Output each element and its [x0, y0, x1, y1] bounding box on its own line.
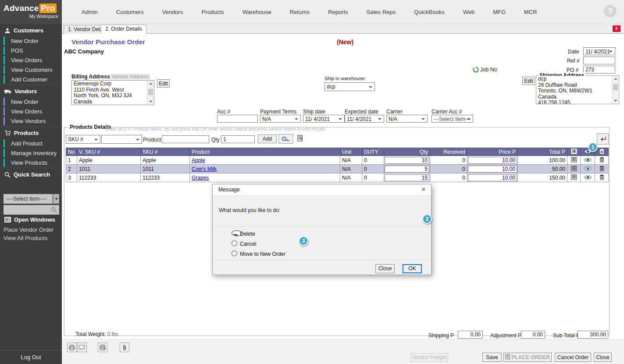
nav-mfg[interactable]: MFG: [484, 9, 515, 15]
row-delete-button[interactable]: [595, 173, 609, 182]
nav-admin[interactable]: Admin: [72, 9, 107, 15]
po-input[interactable]: 273: [583, 66, 615, 74]
import-products-icon[interactable]: [297, 135, 304, 144]
quick-search-select[interactable]: ----Select Item----: [4, 194, 53, 204]
sidebar-item-customers-new-order[interactable]: New Order: [0, 36, 62, 46]
nav-customers[interactable]: Customers: [107, 9, 153, 15]
product-link[interactable]: Apple: [192, 157, 205, 163]
scroll-up-icon[interactable]: [149, 83, 153, 85]
dialog-ok-button[interactable]: OK: [403, 264, 422, 273]
dialog-close-button[interactable]: Close: [375, 264, 395, 273]
adjustment-input[interactable]: 0.00: [521, 331, 545, 339]
nav-products[interactable]: Products: [192, 9, 233, 15]
sidebar-item-pos[interactable]: POS: [0, 46, 62, 55]
scrollbar[interactable]: [612, 76, 618, 103]
payment-terms-select[interactable]: N/A: [260, 115, 301, 123]
qty-cell-input[interactable]: 15: [385, 174, 429, 181]
print-preview-button[interactable]: [98, 343, 107, 352]
date-picker[interactable]: 11/ 4/2021: [583, 47, 615, 55]
ship-to-warehouse-select[interactable]: dcp: [324, 82, 375, 91]
close-button[interactable]: Close: [594, 353, 612, 362]
carrier-acc-select[interactable]: ---Select Item---: [431, 115, 473, 123]
place-order-button[interactable]: PLACE ORDER: [503, 353, 552, 362]
sidebar-item-view-orders[interactable]: View Orders: [0, 56, 62, 65]
scroll-thumb[interactable]: [148, 89, 153, 95]
sidebar-item-add-customer[interactable]: Add Customer: [0, 75, 62, 84]
sidebar-item-view-customers[interactable]: View Customers: [0, 65, 62, 74]
row-notes-button[interactable]: [567, 173, 581, 182]
product-link[interactable]: Grapes: [192, 175, 209, 181]
sku-value-select[interactable]: [101, 135, 142, 144]
print-button[interactable]: [67, 343, 77, 352]
sidebar-item-add-product[interactable]: Add Product: [0, 139, 62, 148]
nav-returns[interactable]: Returns: [281, 9, 319, 15]
vendor-address-tab[interactable]: Vendor Address: [110, 74, 151, 80]
add-button[interactable]: Add: [258, 134, 277, 143]
nav-warehouse[interactable]: Warehouse: [233, 9, 281, 15]
qty-input[interactable]: 1: [221, 135, 255, 143]
product-input[interactable]: [162, 135, 209, 143]
attachment-button[interactable]: [120, 343, 129, 352]
scroll-up-icon[interactable]: [614, 78, 617, 80]
search-products-button[interactable]: [278, 134, 293, 144]
scroll-down-icon[interactable]: [149, 101, 153, 102]
radio-cancel[interactable]: [232, 240, 237, 246]
row-delete-button[interactable]: [595, 165, 609, 173]
quick-search-input[interactable]: [4, 205, 59, 215]
job-link-icon[interactable]: [473, 67, 479, 73]
vendor-freight-button[interactable]: Vendor Freight: [410, 353, 448, 362]
price-cell-input[interactable]: 10.00: [468, 166, 517, 173]
row-view-button[interactable]: [581, 156, 595, 165]
billing-address-box[interactable]: Elemenopi Corp 1110 Finch Ave. West Nort…: [71, 80, 154, 105]
row-notes-button[interactable]: [567, 165, 581, 173]
scrollbar[interactable]: [147, 81, 153, 104]
qty-cell-input[interactable]: 10: [385, 157, 429, 164]
quick-search-select-arrow[interactable]: [53, 194, 59, 204]
billing-edit-button[interactable]: Edit: [157, 79, 170, 88]
sidebar-section-products[interactable]: Products: [0, 126, 62, 139]
scroll-thumb[interactable]: [613, 84, 618, 90]
logout-button[interactable]: Log Out: [0, 350, 62, 364]
nav-vendors[interactable]: Vendors: [153, 9, 193, 15]
shipping-address-box[interactable]: dcp 26 Dufflaw Road Toronto, ON, M6W2W1 …: [536, 76, 619, 104]
radio-move-label[interactable]: Move to New Order: [240, 251, 285, 257]
close-tab-icon[interactable]: x: [613, 25, 620, 32]
enter-return-button[interactable]: [597, 133, 609, 145]
sidebar-item-manage-inventory[interactable]: Manage Inventory: [0, 148, 62, 158]
shipping-total-input[interactable]: 0.00: [458, 331, 483, 339]
sidebar-item-vendors-view-orders[interactable]: View Orders: [0, 107, 62, 116]
ref-input[interactable]: [583, 57, 615, 64]
save-button[interactable]: Save: [482, 353, 502, 362]
billing-address-tab[interactable]: Billing Address: [71, 74, 110, 80]
row-delete-button[interactable]: [595, 156, 609, 165]
carrier-select[interactable]: N/A: [386, 115, 428, 123]
radio-delete-label[interactable]: Delete: [240, 231, 255, 237]
scroll-down-icon[interactable]: [614, 100, 617, 102]
ship-date-picker[interactable]: 11/ 4/2021: [303, 115, 345, 123]
sidebar-item-view-vendors[interactable]: View Vendors: [0, 117, 62, 126]
product-link[interactable]: Cow's Milk: [192, 166, 217, 172]
row-view-button[interactable]: [581, 165, 595, 173]
nav-reports[interactable]: Reports: [319, 9, 357, 15]
sidebar-section-vendors[interactable]: Vendors: [0, 85, 62, 97]
nav-sales-reps[interactable]: Sales Reps: [357, 9, 405, 15]
radio-move-to-new-order[interactable]: [232, 251, 237, 256]
sidebar-item-vendors-new-order[interactable]: New Order: [0, 97, 62, 106]
radio-cancel-label[interactable]: Cancel: [240, 241, 256, 247]
acc-input[interactable]: [217, 115, 258, 123]
sidebar-item-view-products[interactable]: View Products: [0, 158, 62, 167]
open-window-place-vendor-order[interactable]: Place Vendor Order: [0, 226, 62, 234]
sidebar-section-customers[interactable]: Customers: [0, 24, 62, 36]
cancel-order-button[interactable]: Cancel Order: [555, 353, 591, 362]
open-window-view-all-products[interactable]: View All Products: [0, 234, 62, 242]
dialog-close-icon[interactable]: ×: [416, 184, 431, 195]
tab-order-details[interactable]: 2. Order Details: [101, 25, 146, 34]
price-cell-input[interactable]: 10.00: [468, 157, 517, 164]
nav-mcr[interactable]: MCR: [515, 9, 546, 15]
email-button[interactable]: [77, 343, 87, 352]
qty-cell-input[interactable]: 5: [385, 166, 429, 173]
shipping-edit-button[interactable]: Edit: [522, 77, 535, 85]
row-view-button[interactable]: [581, 173, 595, 182]
nav-web[interactable]: Web: [454, 9, 484, 15]
expected-date-picker[interactable]: 11/ 4/2021: [345, 115, 384, 123]
